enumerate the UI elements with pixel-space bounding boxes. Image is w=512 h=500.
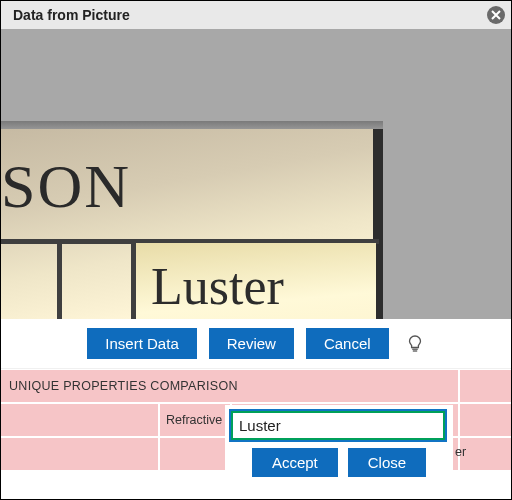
review-popup: Accept Close [225,405,453,485]
cancel-button[interactable]: Cancel [306,328,389,359]
review-input[interactable] [231,411,445,440]
ocr-fragment-text: SON [1,151,131,222]
close-button[interactable]: Close [348,448,426,477]
grid-cell[interactable] [459,437,512,471]
window-title: Data from Picture [13,7,130,23]
titlebar: Data from Picture [1,1,511,29]
insert-data-button[interactable]: Insert Data [87,328,196,359]
accept-button[interactable]: Accept [252,448,338,477]
grid-cell-text: Refractive I [166,413,229,427]
table-line [57,241,62,319]
grid-cell[interactable] [459,403,512,437]
close-icon[interactable] [487,6,505,24]
grid-cell[interactable] [459,369,512,403]
result-grid: UNIQUE PROPERTIES COMPARISON Refractive … [1,369,511,499]
picture-preview: SON Luster [1,29,511,319]
review-popup-buttons: Accept Close [231,448,447,477]
action-bar: Insert Data Review Cancel [1,319,511,369]
grid-header-cell[interactable]: UNIQUE PROPERTIES COMPARISON [1,369,459,403]
ocr-cell-text: Luster [151,257,284,316]
grid-cell[interactable] [1,403,159,437]
review-button[interactable]: Review [209,328,294,359]
lightbulb-icon[interactable] [405,334,425,354]
grid-cell[interactable] [1,437,159,471]
grid-header-text: UNIQUE PROPERTIES COMPARISON [9,379,238,393]
grid-cell[interactable]: Refractive I [159,403,231,437]
grid-cell-text-fragment: er [455,445,466,459]
